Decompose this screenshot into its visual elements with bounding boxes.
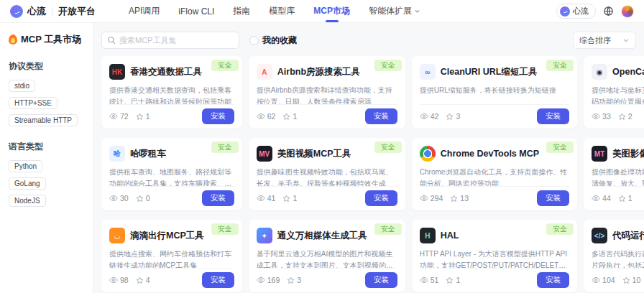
sort-select[interactable]: 综合排序: [573, 32, 636, 49]
mcp-card[interactable]: 安全 H HAL HTTP API Layer - 为大语言模型提供HTTP A…: [412, 220, 577, 292]
views-stat: 62: [257, 112, 276, 121]
eye-icon: [420, 194, 428, 203]
star-icon: [618, 195, 626, 203]
stars-stat[interactable]: 1: [282, 112, 297, 121]
card-title: 哈啰租车: [130, 148, 166, 160]
star-icon: [446, 113, 454, 121]
sort-select-value: 综合排序: [579, 35, 611, 46]
nav-item-4[interactable]: MCP市场: [313, 0, 350, 22]
install-button[interactable]: 安装: [365, 190, 397, 206]
stars-stat[interactable]: 2: [618, 112, 632, 121]
mcp-card[interactable]: 安全 哈 哈啰租车 提供租车查询、地图服务、路径规划等功能的综合工具集，支持车辆…: [101, 138, 242, 210]
nav-item-1[interactable]: iFlow CLI: [178, 0, 214, 22]
brand-name[interactable]: 心流: [27, 5, 46, 18]
favorites-toggle-circle[interactable]: [249, 36, 259, 45]
safety-badge: 安全: [374, 141, 402, 153]
eye-icon: [592, 194, 600, 203]
safety-badge: 安全: [374, 60, 402, 71]
stars-count: 1: [293, 112, 297, 121]
stars-stat[interactable]: 1: [282, 194, 297, 203]
nav-item-3[interactable]: 模型库: [269, 0, 295, 22]
mcp-card[interactable]: 安全 </> 代码运行器 多语言代码执行器，支持30种编程语言的代码片段执行，包…: [584, 220, 644, 292]
sidebar-title-label: MCP 工具市场: [21, 33, 81, 46]
stars-stat[interactable]: 1: [136, 112, 150, 121]
stars-stat[interactable]: 13: [450, 194, 469, 203]
iflow-logo-icon[interactable]: [10, 5, 23, 18]
language-globe-icon[interactable]: [603, 6, 614, 17]
stars-stat[interactable]: 1: [618, 194, 632, 203]
card-title: 美图视频MCP工具: [277, 148, 351, 160]
card-description: HTTP API Layer - 为大语言模型提供HTTP API功能，支持GE…: [420, 248, 569, 268]
filter-chip[interactable]: Python: [9, 160, 42, 172]
mcp-card[interactable]: 安全 MT 美图影像MCP工具 提供图像处理功能，包括图像生成、抠图、超清修复、…: [584, 138, 644, 210]
install-button[interactable]: 安装: [537, 190, 569, 206]
mcp-card[interactable]: 安全 ◉ OpenCage地理编码服务 提供地址与坐标互转、地理编码和反向地理编…: [584, 56, 644, 129]
views-stat: 44: [592, 194, 611, 203]
install-button[interactable]: 安装: [537, 108, 569, 124]
filter-section-title: 协议类型: [9, 60, 84, 73]
eye-icon: [592, 276, 600, 284]
card-description: 提供地点搜索、网约车价格预估和打车链接生成功能的MCP工具集: [109, 248, 234, 268]
card-icon: H: [420, 228, 436, 243]
stars-stat[interactable]: 1: [446, 276, 460, 284]
card-icon: ◉: [592, 64, 607, 80]
search-input[interactable]: [101, 32, 239, 49]
sidebar-title: MCP 工具市场: [9, 33, 84, 46]
card-icon: MT: [592, 146, 607, 162]
filter-chip[interactable]: GoLang: [9, 177, 46, 190]
filter-chip[interactable]: Streamable HTTP: [9, 114, 78, 126]
card-icon: ∞: [420, 64, 436, 80]
install-button[interactable]: 安装: [365, 272, 397, 288]
card-title: 代码运行器: [612, 230, 644, 242]
views-count: 44: [602, 194, 611, 203]
card-title: Airbnb房源搜索工具: [277, 66, 360, 78]
safety-badge: 安全: [374, 223, 402, 235]
filter-chip[interactable]: NodeJS: [9, 195, 46, 207]
nav-item-label: MCP市场: [313, 5, 350, 17]
install-button[interactable]: 安装: [202, 272, 234, 288]
install-button[interactable]: 安装: [202, 190, 234, 206]
chevron-down-icon: [414, 8, 420, 14]
mcp-card[interactable]: 安全 ∞ CleanURI URL缩短工具 提供URL缩短服务，将长链接转换为短…: [412, 56, 577, 129]
stars-count: 13: [460, 194, 469, 203]
install-button[interactable]: 安装: [537, 272, 569, 288]
user-avatar[interactable]: [621, 5, 634, 18]
views-stat: 104: [592, 276, 615, 284]
card-icon: ◡: [109, 228, 125, 243]
nav-item-0[interactable]: API调用: [129, 0, 160, 22]
filter-chip[interactable]: HTTP+SSE: [9, 97, 58, 109]
mcp-card[interactable]: 安全 ◡ 滴滴出行MCP工具 提供地点搜索、网约车价格预估和打车链接生成功能的M…: [101, 220, 242, 292]
favorites-toggle[interactable]: 我的收藏: [249, 34, 297, 47]
stars-count: 1: [146, 112, 150, 121]
views-stat: 169: [257, 276, 280, 284]
stars-stat[interactable]: 3: [287, 276, 301, 284]
star-icon: [282, 195, 290, 203]
stars-count: 1: [456, 276, 460, 284]
user-pill-button[interactable]: 心流: [556, 4, 596, 19]
stars-stat[interactable]: 0: [136, 194, 150, 203]
stars-stat[interactable]: 4: [136, 276, 150, 284]
nav-item-5[interactable]: 智能体扩展: [369, 0, 420, 22]
mcp-card[interactable]: 安全 A Airbnb房源搜索工具 提供Airbnb房源搜索和详情查询功能，支持…: [249, 56, 405, 129]
mcp-card[interactable]: 安全 Chrome DevTools MCP Chrome浏览器自动化工具，支持…: [412, 138, 577, 210]
mcp-card[interactable]: 安全 MV 美图视频MCP工具 提供趣味图生视频特效功能，包括双马尾、长发、羊毛…: [249, 138, 405, 210]
stars-stat[interactable]: 10: [622, 276, 641, 284]
card-title: OpenCage地理编码服务: [612, 66, 644, 78]
stars-stat[interactable]: 3: [446, 112, 460, 121]
filter-chip[interactable]: stdio: [9, 80, 35, 92]
mcp-card[interactable]: 安全 HK 香港交通数据工具 提供香港交通相关数据查询，包括乘客统计、巴士路线和…: [101, 56, 242, 129]
views-stat: 30: [109, 194, 129, 203]
nav-item-2[interactable]: 指南: [233, 0, 250, 22]
install-button[interactable]: 安装: [365, 108, 397, 124]
views-count: 98: [120, 276, 129, 284]
install-button[interactable]: 安装: [202, 108, 234, 124]
views-count: 169: [267, 276, 280, 284]
eye-icon: [109, 276, 118, 284]
filter-section-title: 语言类型: [9, 141, 84, 153]
iflow-mini-logo-icon: [560, 6, 570, 17]
stars-count: 1: [628, 194, 632, 203]
views-stat: 51: [420, 276, 439, 284]
safety-badge: 安全: [546, 223, 574, 235]
mcp-card[interactable]: 安全 ✦ 通义万相媒体生成工具 基于阿里云通义万相AI模型的图片和视频生成工具，…: [249, 220, 405, 292]
stars-count: 0: [146, 194, 150, 203]
